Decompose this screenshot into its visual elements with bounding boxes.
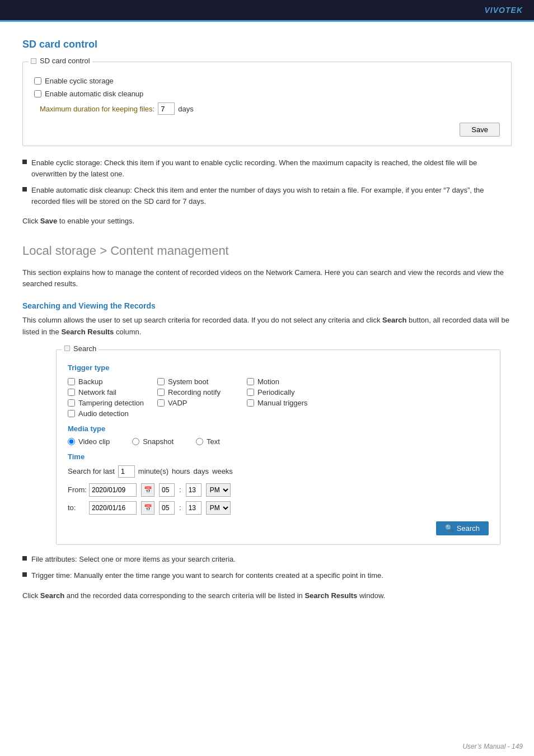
bullet-sq-4 [22, 572, 27, 577]
sd-card-section-title: SD card control [22, 39, 512, 50]
trigger-backup: Backup [68, 377, 157, 386]
trigger-tampering: Tampering detection [68, 399, 157, 407]
sd-card-panel-title: SD card control [29, 57, 92, 65]
media-type-label: Media type [68, 424, 489, 433]
search-bullets: File attributes: Select one or more item… [22, 554, 512, 581]
content-mgmt-title: Local storage > Content management [22, 244, 512, 258]
header: VIVOTEK [0, 0, 534, 20]
searching-desc: This column allows the user to set up se… [22, 315, 512, 338]
trigger-grid: Backup System boot Motion Network fail R… [68, 377, 489, 418]
trigger-vadp-label: VADP [168, 399, 187, 407]
duration-label: Maximum duration for keeping files: [40, 105, 154, 113]
from-row: From: 📅 : PM AM [68, 483, 489, 497]
media-video-radio[interactable] [68, 438, 75, 445]
trigger-audio-label: Audio detection [78, 409, 129, 418]
bullet-cyclic-text: Enable cyclic storage: Check this item i… [31, 157, 512, 179]
click-search-bottom-text: Click Search and the recorded data corre… [22, 590, 512, 601]
trigger-audio: Audio detection [68, 409, 157, 418]
trigger-backup-checkbox[interactable] [68, 378, 75, 385]
trigger-vadp-checkbox[interactable] [157, 399, 165, 407]
time-unit-minutes[interactable]: minute(s) [138, 467, 168, 475]
search-bold1: Search [382, 316, 406, 324]
sd-card-bullets: Enable cyclic storage: Check this item i… [22, 157, 512, 207]
trigger-vadp: VADP [157, 399, 247, 407]
bullet-trigger-time: Trigger time: Manually enter the time ra… [22, 570, 512, 581]
to-date-input[interactable] [89, 501, 137, 515]
to-ampm-select[interactable]: PM AM [206, 501, 231, 515]
time-unit-hours[interactable]: hours [172, 467, 190, 475]
bullet-file-attr: File attributes: Select one or more item… [22, 554, 512, 565]
trigger-system-boot-checkbox[interactable] [157, 378, 165, 385]
bullet-sq-3 [22, 556, 27, 561]
trigger-motion-checkbox[interactable] [247, 378, 254, 385]
search-icon: 🔍 [445, 524, 453, 532]
trigger-periodically: Periodically [247, 388, 336, 396]
media-snapshot-radio[interactable] [132, 438, 139, 445]
trigger-type-label: Trigger type [68, 363, 489, 372]
media-text-radio[interactable] [196, 438, 203, 445]
enable-cyclic-row: Enable cyclic storage [34, 77, 500, 85]
trigger-recording-notify-checkbox[interactable] [157, 389, 165, 396]
save-bold: Save [40, 217, 57, 225]
from-ampm-select[interactable]: PM AM [206, 483, 231, 497]
duration-row: Maximum duration for keeping files: days [40, 102, 500, 115]
days-label: days [178, 105, 193, 113]
media-snapshot-label: Snapshot [143, 437, 174, 446]
search-last-input[interactable] [118, 465, 135, 478]
from-min-input[interactable] [186, 483, 202, 497]
bullet-icon-2 [22, 187, 27, 192]
trigger-backup-label: Backup [78, 377, 102, 386]
time-unit-weeks[interactable]: weeks [212, 467, 233, 475]
trigger-tampering-checkbox[interactable] [68, 399, 75, 407]
from-time-sep: : [179, 486, 181, 494]
trigger-manual-checkbox[interactable] [247, 399, 254, 407]
enable-cyclic-label: Enable cyclic storage [45, 77, 114, 85]
search-results-bold: Search Results [61, 328, 114, 336]
from-calendar-icon[interactable]: 📅 [141, 483, 154, 497]
search-for-last-row: Search for last minute(s) hours days wee… [68, 465, 489, 478]
trigger-motion: Motion [247, 377, 336, 386]
search-results-bold-bottom: Search Results [305, 591, 357, 600]
trigger-network-fail-label: Network fail [78, 388, 116, 396]
click-save-text: Click Save to enable your settings. [22, 216, 512, 227]
search-for-last-label: Search for last [68, 467, 115, 475]
enable-disk-cleanup-row: Enable automatic disk cleanup [34, 90, 500, 98]
to-time-sep: : [179, 503, 181, 512]
to-hour-input[interactable] [159, 501, 175, 515]
main-content: SD card control SD card control Enable c… [0, 22, 534, 623]
trigger-audio-checkbox[interactable] [68, 410, 75, 417]
trigger-manual-label: Manual triggers [257, 399, 308, 407]
duration-input[interactable] [158, 102, 175, 115]
media-row: Video clip Snapshot Text [68, 437, 489, 446]
bullet-cyclic: Enable cyclic storage: Check this item i… [22, 157, 512, 179]
bullet-trigger-time-text: Trigger time: Manually enter the time ra… [31, 570, 383, 581]
trigger-tampering-label: Tampering detection [78, 399, 144, 407]
trigger-network-fail-checkbox[interactable] [68, 389, 75, 396]
media-video-label: Video clip [78, 437, 110, 446]
time-unit-days[interactable]: days [194, 467, 209, 475]
time-label: Time [68, 452, 489, 461]
search-panel-title: Search [62, 344, 99, 353]
search-button[interactable]: 🔍 Search [436, 521, 489, 535]
search-bold-bottom: Search [40, 591, 64, 600]
media-text-label: Text [207, 437, 220, 446]
bullet-icon [22, 160, 27, 164]
from-date-input[interactable] [89, 483, 137, 497]
media-snapshot: Snapshot [132, 437, 174, 446]
trigger-system-boot: System boot [157, 377, 247, 386]
enable-cyclic-checkbox[interactable] [34, 77, 41, 85]
to-label: to: [68, 503, 85, 512]
to-min-input[interactable] [186, 501, 202, 515]
save-row: Save [34, 123, 500, 137]
trigger-periodically-checkbox[interactable] [247, 389, 254, 396]
trigger-periodically-label: Periodically [257, 388, 294, 396]
enable-disk-cleanup-checkbox[interactable] [34, 90, 41, 97]
media-text: Text [196, 437, 220, 446]
save-button[interactable]: Save [460, 123, 500, 137]
trigger-motion-label: Motion [257, 377, 279, 386]
from-hour-input[interactable] [159, 483, 175, 497]
trigger-network-fail: Network fail [68, 388, 157, 396]
bullet-file-attr-text: File attributes: Select one or more item… [31, 554, 236, 565]
from-label: From: [68, 486, 85, 494]
to-calendar-icon[interactable]: 📅 [141, 501, 154, 515]
